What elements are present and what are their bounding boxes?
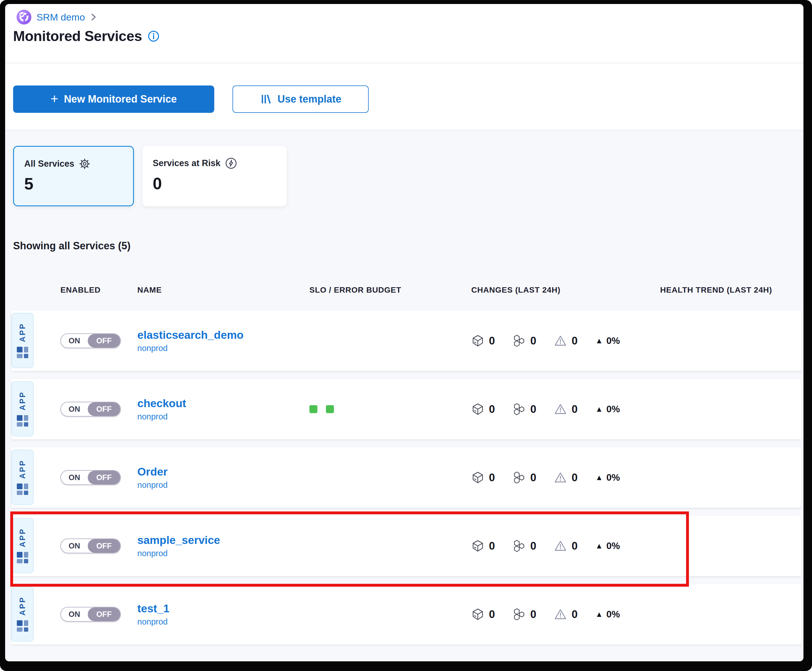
new-monitored-service-button[interactable]: + New Monitored Service xyxy=(13,85,214,113)
filter-card-services-at-risk[interactable]: Services at Risk 0 xyxy=(143,146,287,206)
changes-cell: 0 0 0 xyxy=(471,334,660,347)
column-header-changes: CHANGES (LAST 24H) xyxy=(471,286,660,295)
health-trend-indicator: ▲ 0% xyxy=(595,404,620,415)
service-name-link[interactable]: test_1 xyxy=(137,602,310,615)
trend-up-icon: ▲ xyxy=(595,473,603,482)
incident-warning-icon xyxy=(554,471,567,484)
changes-cell: 0 0 0 xyxy=(471,403,660,416)
content-section: All Services 5 xyxy=(5,129,803,661)
toggle-off-label: OFF xyxy=(88,608,120,621)
incident-warning-icon xyxy=(554,334,567,347)
deployment-cube-icon xyxy=(471,471,484,484)
new-monitored-service-label: New Monitored Service xyxy=(64,93,177,105)
changes-cell: 0 0 0 xyxy=(471,471,660,484)
enabled-toggle[interactable]: ON OFF xyxy=(60,333,121,348)
name-cell: elasticsearch_demo nonprod xyxy=(137,329,310,353)
toggle-off-label: OFF xyxy=(88,402,120,416)
incident-warning-icon xyxy=(554,608,567,621)
app-grid-icon xyxy=(17,347,28,358)
incidents-count: 0 xyxy=(572,608,577,621)
infrastructure-change: 0 xyxy=(512,539,536,552)
chevron-right-icon xyxy=(90,14,97,21)
app-tag-label: APP xyxy=(18,460,27,479)
deployments-change: 0 xyxy=(471,334,495,347)
plus-icon: + xyxy=(51,92,58,105)
service-row[interactable]: APP ON OFF checkout nonprod xyxy=(11,379,801,439)
trend-up-icon: ▲ xyxy=(595,405,603,414)
all-services-count: 5 xyxy=(24,174,123,193)
toggle-on-label: ON xyxy=(61,334,88,347)
enabled-cell: ON OFF xyxy=(60,333,137,348)
column-header-name: NAME xyxy=(137,286,310,295)
header-divider xyxy=(5,63,803,63)
enabled-toggle[interactable]: ON OFF xyxy=(60,470,121,485)
slo-status-block xyxy=(310,405,317,413)
incidents-count: 0 xyxy=(572,472,577,484)
services-at-risk-label: Services at Risk xyxy=(153,158,221,169)
page-title: Monitored Services xyxy=(13,28,142,44)
name-cell: Order nonprod xyxy=(137,466,310,490)
service-environment[interactable]: nonprod xyxy=(137,549,310,558)
trend-up-icon: ▲ xyxy=(595,337,603,345)
template-library-icon xyxy=(260,93,272,105)
service-environment[interactable]: nonprod xyxy=(137,617,310,627)
enabled-toggle[interactable]: ON OFF xyxy=(60,402,121,417)
service-row[interactable]: APP ON OFF elasticsearch_demo nonprod xyxy=(11,310,801,371)
deployment-cube-icon xyxy=(471,334,484,347)
service-name-link[interactable]: sample_service xyxy=(137,534,310,547)
info-icon[interactable] xyxy=(148,30,160,42)
slo-blocks xyxy=(310,405,471,413)
service-row[interactable]: APP ON OFF test_1 nonprod xyxy=(11,584,801,644)
service-environment[interactable]: nonprod xyxy=(137,480,310,490)
deployments-count: 0 xyxy=(489,335,495,347)
enabled-cell: ON OFF xyxy=(60,470,137,485)
enabled-cell: ON OFF xyxy=(60,607,137,622)
enabled-toggle[interactable]: ON OFF xyxy=(60,607,121,622)
name-cell: test_1 nonprod xyxy=(137,602,310,627)
filter-card-all-services[interactable]: All Services 5 xyxy=(13,146,134,206)
slo-status-block xyxy=(326,405,334,413)
service-environment[interactable]: nonprod xyxy=(137,412,310,421)
toggle-on-label: ON xyxy=(61,539,88,553)
toggle-off-label: OFF xyxy=(88,334,120,347)
service-row[interactable]: APP ON OFF sample_service nonprod xyxy=(11,516,801,576)
trend-up-icon: ▲ xyxy=(595,542,603,550)
infrastructure-hexagons-icon xyxy=(512,334,526,347)
all-services-label: All Services xyxy=(24,159,74,169)
deployments-change: 0 xyxy=(471,471,495,484)
trend-up-icon: ▲ xyxy=(595,610,603,619)
service-environment[interactable]: nonprod xyxy=(137,344,310,353)
breadcrumb-project-link[interactable]: SRM demo xyxy=(36,12,85,23)
page-header: Monitored Services xyxy=(13,28,160,44)
incidents-count: 0 xyxy=(572,335,577,347)
incident-warning-icon xyxy=(554,403,567,416)
service-type-tag: APP xyxy=(11,381,34,436)
enabled-toggle[interactable]: ON OFF xyxy=(60,538,121,553)
enabled-cell: ON OFF xyxy=(60,402,137,417)
service-rows: APP ON OFF elasticsearch_demo nonprod xyxy=(11,310,801,652)
deployment-cube-icon xyxy=(471,539,484,552)
deployment-cube-icon xyxy=(471,608,484,621)
service-name-link[interactable]: elasticsearch_demo xyxy=(137,329,310,341)
service-type-tag: APP xyxy=(11,313,34,368)
toggle-on-label: ON xyxy=(61,608,88,621)
service-name-link[interactable]: checkout xyxy=(137,397,310,410)
service-row[interactable]: APP ON OFF Order nonprod xyxy=(11,447,801,508)
changes-cell: 0 0 0 xyxy=(471,539,660,552)
incidents-change: 0 xyxy=(554,403,577,416)
srm-module-icon xyxy=(17,10,31,24)
app-grid-icon xyxy=(17,484,28,495)
infrastructure-hexagons-icon xyxy=(512,471,526,484)
health-trend-indicator: ▲ 0% xyxy=(595,336,620,346)
app-grid-icon xyxy=(17,552,28,563)
app-grid-icon xyxy=(17,415,28,427)
deployments-change: 0 xyxy=(471,539,495,552)
use-template-button[interactable]: Use template xyxy=(233,85,369,113)
incidents-change: 0 xyxy=(554,539,577,552)
list-heading: Showing all Services (5) xyxy=(13,240,131,252)
service-type-tag: APP xyxy=(11,450,34,505)
service-name-link[interactable]: Order xyxy=(137,466,310,478)
incidents-change: 0 xyxy=(554,334,577,347)
toggle-off-label: OFF xyxy=(88,471,120,484)
toggle-off-label: OFF xyxy=(88,539,120,553)
